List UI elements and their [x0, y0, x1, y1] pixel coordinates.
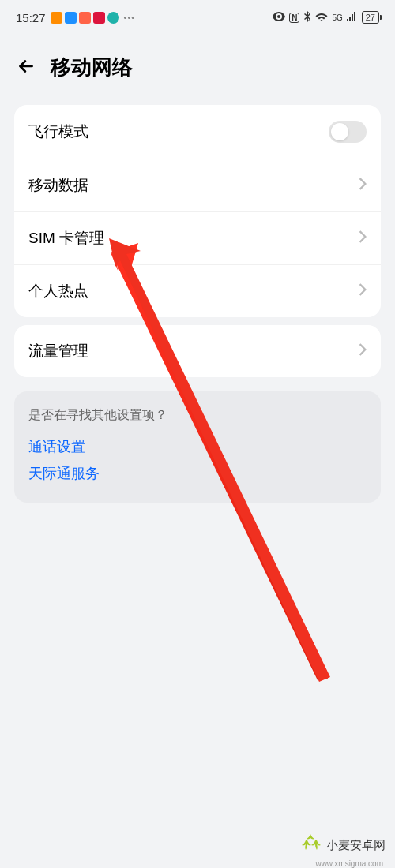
- taobao-icon: [79, 12, 91, 24]
- back-icon[interactable]: [16, 56, 36, 80]
- nfc-icon: N: [289, 13, 299, 23]
- chevron-right-icon: [359, 283, 367, 299]
- battery-icon: 27: [362, 11, 379, 24]
- row-label: 移动数据: [28, 175, 88, 196]
- app-icon: [65, 12, 77, 24]
- hint-title: 是否在寻找其他设置项？: [28, 407, 367, 424]
- status-right: N 5G 27: [273, 11, 379, 24]
- bluetooth-icon: [303, 11, 311, 24]
- wifi-icon: [315, 12, 328, 24]
- signal-label: 5G: [332, 13, 342, 22]
- settings-group-2: 流量管理: [14, 325, 381, 377]
- row-label: 流量管理: [28, 341, 88, 361]
- more-icon: •••: [124, 13, 136, 22]
- row-sim-management[interactable]: SIM 卡管理: [14, 211, 381, 264]
- hint-card: 是否在寻找其他设置项？ 通话设置 天际通服务: [14, 391, 381, 503]
- signal-icon: [347, 12, 358, 24]
- app-icon-2: [93, 12, 105, 24]
- wheat-icon: [299, 832, 322, 859]
- app-icon-3: [107, 12, 119, 24]
- row-mobile-data[interactable]: 移动数据: [14, 159, 381, 211]
- link-call-settings[interactable]: 通话设置: [28, 433, 367, 460]
- status-left: 15:27 •••: [16, 11, 135, 24]
- page-header: 移动网络: [0, 35, 395, 97]
- status-time: 15:27: [16, 11, 46, 24]
- chevron-right-icon: [359, 178, 367, 193]
- row-personal-hotspot[interactable]: 个人热点: [14, 264, 381, 317]
- eye-icon: [273, 12, 285, 24]
- row-label: 飞行模式: [28, 122, 88, 142]
- row-label: SIM 卡管理: [28, 228, 104, 249]
- status-bar: 15:27 ••• N 5G 27: [0, 0, 395, 35]
- weibo-icon: [51, 12, 62, 24]
- chevron-right-icon: [359, 230, 367, 246]
- chevron-right-icon: [359, 343, 367, 359]
- watermark-url: www.xmsigma.com: [315, 859, 383, 868]
- app-icons: [51, 12, 119, 24]
- watermark-text: 小麦安卓网: [326, 838, 386, 853]
- row-traffic-management[interactable]: 流量管理: [14, 325, 381, 377]
- link-skytone[interactable]: 天际通服务: [28, 460, 367, 487]
- toggle-off-icon[interactable]: [329, 121, 367, 143]
- row-label: 个人热点: [28, 281, 88, 301]
- page-title: 移动网络: [51, 54, 133, 81]
- watermark: 小麦安卓网: [299, 832, 386, 859]
- settings-group-1: 飞行模式 移动数据 SIM 卡管理 个人热点: [14, 105, 381, 317]
- row-airplane-mode[interactable]: 飞行模式: [14, 105, 381, 159]
